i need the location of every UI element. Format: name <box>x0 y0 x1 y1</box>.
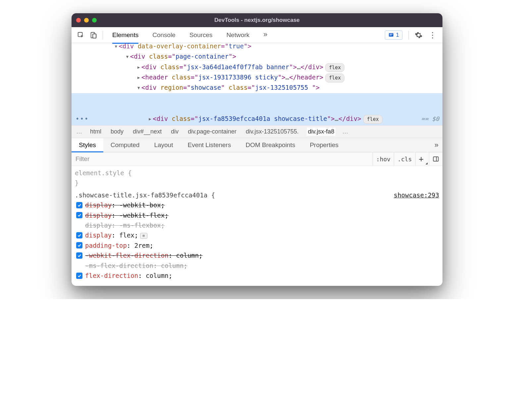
breadcrumb-overflow-right[interactable]: … <box>342 128 348 135</box>
styles-filter-input[interactable] <box>72 153 373 165</box>
svg-rect-7 <box>434 157 438 161</box>
tab-layout[interactable]: Layout <box>147 138 180 152</box>
filter-actions: :hov .cls + ◢ <box>373 152 442 166</box>
toggle-checkbox[interactable] <box>76 252 82 259</box>
tab-console[interactable]: Console <box>152 29 176 41</box>
rule-header[interactable]: .showcase-title.jsx-fa8539efcca401a { sh… <box>75 190 439 200</box>
toggle-checkbox[interactable] <box>76 242 82 248</box>
style-declaration[interactable]: flex-direction: column; <box>75 271 439 281</box>
rule-selector: .showcase-title.jsx-fa8539efcca401a { <box>75 190 215 200</box>
main-tabs: Elements Console Sources Network » <box>108 29 268 41</box>
element-style-rule[interactable]: element.style { } <box>75 168 439 188</box>
hov-toggle[interactable]: :hov <box>373 152 394 166</box>
tabs-overflow-icon[interactable]: » <box>263 29 267 41</box>
crumb-selected[interactable]: div.jsx-fa8 <box>307 128 336 136</box>
tab-dom-breakpoints[interactable]: DOM Breakpoints <box>238 138 302 152</box>
kebab-menu-icon[interactable]: ⋮ <box>427 30 438 40</box>
tab-event-listeners[interactable]: Event Listeners <box>180 138 238 152</box>
style-declaration[interactable]: display: -webkit-flex; <box>75 210 439 220</box>
crumb-page-container[interactable]: div.page-container <box>186 128 238 136</box>
cls-toggle[interactable]: .cls <box>394 152 415 166</box>
device-toggle-icon[interactable] <box>89 31 98 39</box>
dom-selected-line[interactable]: ••• ▸<div class="jsx-fa8539efcca401a sho… <box>72 93 442 125</box>
style-declaration[interactable]: display: flex;⊞ <box>75 230 439 240</box>
crumb-next[interactable]: div#__next <box>131 128 163 136</box>
toggle-sidebar-icon[interactable] <box>429 152 442 166</box>
toggle-checkbox-empty <box>76 262 82 269</box>
issues-badge[interactable]: 1 <box>385 30 402 40</box>
window-title: DevTools - nextjs.org/showcase <box>72 17 442 24</box>
tab-network[interactable]: Network <box>227 29 250 41</box>
dom-breadcrumbs: … html body div#__next div div.page-cont… <box>72 125 442 138</box>
dom-line[interactable]: ▾<div region="showcase" class="jsx-13251… <box>72 82 442 93</box>
minimize-window-button[interactable] <box>84 18 89 23</box>
actions-icon[interactable]: ••• <box>76 114 89 124</box>
issues-count: 1 <box>396 32 399 38</box>
main-toolbar: Elements Console Sources Network » 1 ⋮ <box>72 27 442 43</box>
flex-editor-icon[interactable]: ⊞ <box>140 233 147 239</box>
separator <box>103 31 103 39</box>
console-ref: == $0 <box>421 114 439 124</box>
separator <box>408 31 409 39</box>
rule-selector: element.style { <box>75 168 439 178</box>
breadcrumb-overflow[interactable]: … <box>76 128 82 135</box>
style-declaration[interactable]: display: -webkit-box; <box>75 200 439 210</box>
styles-tabs: Styles Computed Layout Event Listeners D… <box>72 138 442 152</box>
crumb-region[interactable]: div.jsx-1325105755. <box>244 128 300 136</box>
toolbar-right: 1 ⋮ <box>385 30 438 40</box>
flex-badge[interactable]: flex <box>325 74 344 82</box>
svg-rect-5 <box>389 34 392 34</box>
tab-sources[interactable]: Sources <box>189 29 213 41</box>
toggle-checkbox-empty <box>76 222 82 229</box>
styles-panel: element.style { } .showcase-title.jsx-fa… <box>72 166 442 286</box>
window-titlebar: DevTools - nextjs.org/showcase <box>72 13 442 27</box>
dom-line[interactable]: ▾<div class="page-container"> <box>72 51 442 62</box>
toggle-checkbox[interactable] <box>76 273 82 279</box>
inspect-icon[interactable] <box>76 31 85 39</box>
zoom-window-button[interactable] <box>92 18 97 23</box>
toggle-checkbox[interactable] <box>76 202 82 208</box>
rule-source-link[interactable]: showcase:293 <box>394 190 439 200</box>
dom-line[interactable]: ▸<div class="jsx-3a64d1ae4f0f7fab banner… <box>72 62 442 72</box>
devtools-window: DevTools - nextjs.org/showcase Elements … <box>72 13 442 286</box>
dom-line[interactable]: ▾<div data-overlay-container="true"> <box>72 43 442 51</box>
tab-computed[interactable]: Computed <box>103 138 147 152</box>
svg-rect-6 <box>389 35 391 35</box>
style-declaration[interactable]: padding-top: 2rem; <box>75 240 439 250</box>
new-rule-icon[interactable]: + ◢ <box>416 152 429 166</box>
flex-badge[interactable]: flex <box>325 63 344 72</box>
crumb-body[interactable]: body <box>109 128 125 136</box>
toggle-checkbox[interactable] <box>76 212 82 218</box>
subtabs-overflow-icon[interactable]: » <box>435 141 442 149</box>
crumb-html[interactable]: html <box>89 128 103 136</box>
style-declaration[interactable]: -webkit-flex-direction: column; <box>75 250 439 260</box>
dom-line[interactable]: ▸<header class="jsx-1931733896 sticky">…… <box>72 72 442 82</box>
style-declaration[interactable]: -ms-flex-direction: column; <box>75 261 439 271</box>
tab-styles[interactable]: Styles <box>72 138 103 152</box>
styles-filter-bar: :hov .cls + ◢ <box>72 152 442 166</box>
tab-elements[interactable]: Elements <box>112 29 138 41</box>
toggle-checkbox[interactable] <box>76 232 82 238</box>
rule-close: } <box>75 178 439 188</box>
flex-badge[interactable]: flex <box>363 115 383 124</box>
window-controls <box>76 18 97 23</box>
dom-tree[interactable]: ▾<div data-overlay-container="true"> ▾<d… <box>72 43 442 125</box>
svg-rect-2 <box>93 34 96 38</box>
settings-icon[interactable] <box>415 31 423 39</box>
style-declaration[interactable]: display: -ms-flexbox; <box>75 220 439 230</box>
tab-properties[interactable]: Properties <box>302 138 346 152</box>
crumb-div[interactable]: div <box>170 128 180 136</box>
close-window-button[interactable] <box>76 18 81 23</box>
